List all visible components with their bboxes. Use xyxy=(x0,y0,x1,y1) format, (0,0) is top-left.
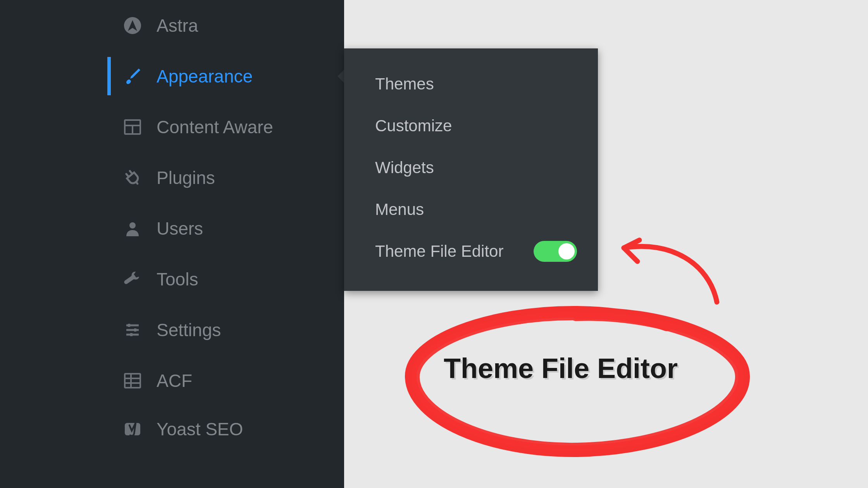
acf-icon xyxy=(123,371,142,390)
user-icon xyxy=(123,219,142,238)
sidebar-item-label: Yoast SEO xyxy=(157,419,243,440)
annotation-label: Theme File Editor xyxy=(444,352,678,384)
sidebar-item-label: Tools xyxy=(157,269,198,290)
svg-rect-10 xyxy=(130,333,133,336)
sidebar-item-label: Appearance xyxy=(157,66,253,87)
submenu-item-theme-file-editor[interactable]: Theme File Editor xyxy=(344,230,598,272)
sidebar-item-label: Plugins xyxy=(157,167,215,188)
svg-rect-9 xyxy=(134,328,136,332)
theme-file-editor-toggle[interactable] xyxy=(534,241,577,262)
sidebar-item-settings[interactable]: Settings xyxy=(0,304,344,355)
sidebar-item-label: Content Aware xyxy=(157,117,273,137)
submenu-item-label: Customize xyxy=(375,117,452,135)
svg-rect-8 xyxy=(128,324,130,327)
submenu-item-widgets[interactable]: Widgets xyxy=(344,147,598,189)
svg-point-4 xyxy=(129,222,136,229)
admin-sidebar: Astra Appearance Content Aware Plugins U… xyxy=(0,0,344,488)
submenu-item-label: Theme File Editor xyxy=(375,242,503,261)
sidebar-item-appearance[interactable]: Appearance xyxy=(0,51,344,101)
sidebar-item-label: Users xyxy=(157,218,203,239)
sidebar-item-content-aware[interactable]: Content Aware xyxy=(0,101,344,152)
sidebar-item-users[interactable]: Users xyxy=(0,203,344,254)
sidebar-item-label: ACF xyxy=(157,370,192,391)
sidebar-item-plugins[interactable]: Plugins xyxy=(0,152,344,203)
astra-icon xyxy=(123,16,142,35)
sidebar-item-yoast-seo[interactable]: Yoast SEO xyxy=(0,406,344,452)
submenu-item-themes[interactable]: Themes xyxy=(344,63,598,105)
plug-icon xyxy=(123,168,142,187)
sliders-icon xyxy=(123,321,142,339)
yoast-icon xyxy=(123,420,142,438)
toggle-knob xyxy=(558,243,575,259)
sidebar-item-label: Astra xyxy=(157,15,198,36)
wrench-icon xyxy=(123,270,142,289)
sidebar-item-astra[interactable]: Astra xyxy=(0,0,344,51)
submenu-item-label: Widgets xyxy=(375,158,434,177)
sidebar-item-acf[interactable]: ACF xyxy=(0,355,344,406)
layout-icon xyxy=(123,118,142,136)
submenu-item-menus[interactable]: Menus xyxy=(344,189,598,230)
sidebar-item-tools[interactable]: Tools xyxy=(0,254,344,304)
submenu-item-customize[interactable]: Customize xyxy=(344,105,598,147)
submenu-item-label: Menus xyxy=(375,200,424,219)
appearance-submenu: Themes Customize Widgets Menus Theme Fil… xyxy=(344,48,598,291)
sidebar-item-label: Settings xyxy=(157,320,221,340)
submenu-item-label: Themes xyxy=(375,75,434,93)
brush-icon xyxy=(123,67,142,86)
svg-rect-11 xyxy=(125,374,140,388)
